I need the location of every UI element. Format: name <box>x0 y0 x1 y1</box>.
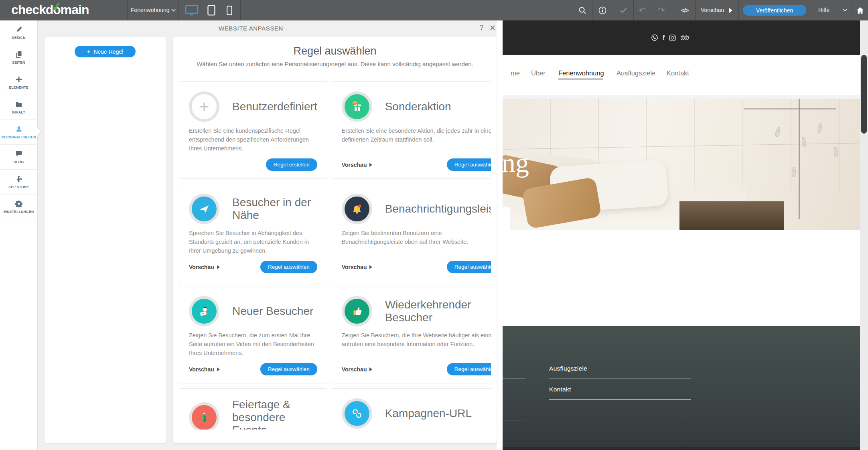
tripadvisor-icon[interactable] <box>680 35 689 41</box>
thumbs-up-icon <box>345 299 369 324</box>
footer-link-underline <box>549 399 691 400</box>
search-icon[interactable] <box>576 0 589 20</box>
info-icon[interactable] <box>596 0 609 20</box>
website-preview: f me Über Ferienwohnung Ausflugsziele Ko… <box>497 20 860 450</box>
footer-bottom-bar <box>503 447 860 450</box>
desktop-view-icon[interactable] <box>183 0 201 20</box>
folder-icon <box>15 101 22 108</box>
play-icon[interactable] <box>728 0 733 20</box>
preview-link[interactable]: Vorschau <box>342 366 373 373</box>
facebook-icon[interactable]: f <box>663 34 665 41</box>
active-nav-underline <box>558 79 603 79</box>
rule-card-title: Kampagnen-URL <box>385 407 472 420</box>
sidebar-item-personalisieren[interactable]: PERSONALISIEREN <box>0 120 37 145</box>
rule-select-panel: Regel auswählen Wählen Sie unten zunächs… <box>173 36 497 443</box>
site-header-band: f <box>503 20 860 55</box>
select-rule-button[interactable]: Regel auswählen <box>260 261 317 273</box>
modal-help-icon[interactable]: ? <box>480 24 483 32</box>
footer-link-ausflugsziele[interactable]: Ausflugsziele <box>549 365 587 372</box>
hero-heading-fragment: ng <box>503 149 529 176</box>
rule-card-description: Zeigen Sie Besuchern, die Ihre Webseite … <box>342 331 491 349</box>
panel-subtitle: Wählen Sie unten zunächst eine Personali… <box>173 61 497 67</box>
site-nav-kontakt[interactable]: Kontakt <box>667 69 689 77</box>
section-gap <box>503 95 860 99</box>
create-rule-button[interactable]: Regel erstellen <box>266 158 317 171</box>
rule-cards-grid: Benutzerdefiniert Erstellen Sie eine kun… <box>179 81 491 430</box>
site-nav-ferienwohnung[interactable]: Ferienwohnung <box>558 69 604 77</box>
topbar-vorschau-button[interactable]: Vorschau <box>701 7 724 13</box>
editor-topbar: checkdo✓main Ferienwohnung ↶ <box>0 0 868 20</box>
footer-link-kontakt[interactable]: Kontakt <box>549 386 571 393</box>
rule-card-title: Besucher in der Nähe <box>232 196 317 222</box>
preview-link[interactable]: Vorschau <box>342 264 373 270</box>
rules-list-panel: + Neue Regel <box>45 37 166 443</box>
site-footer: Ausflugsziele Kontakt <box>503 326 860 447</box>
scrollbar-thumb[interactable] <box>861 55 867 134</box>
rule-card-title: Neuer Besucher <box>232 305 313 318</box>
hero-image: ng <box>503 99 860 230</box>
rule-card-description: Erstellen Sie eine kundenspezifische Reg… <box>189 127 317 153</box>
visitor-video-icon <box>192 299 217 324</box>
speech-bubble-icon <box>15 150 22 158</box>
help-menu[interactable]: Hilfe <box>818 7 829 13</box>
site-nav-ueber[interactable]: Über <box>531 69 546 77</box>
chevron-down-icon[interactable] <box>170 0 176 20</box>
plus-circle-icon <box>192 94 217 119</box>
rule-card-benutzerdefiniert: Benutzerdefiniert Erstellen Sie eine kun… <box>179 81 327 179</box>
footer-link-underline-stub <box>503 420 525 420</box>
rule-card-title: Benachrichtigungsleiste <box>385 203 491 215</box>
sidebar-item-seiten[interactable]: SEITEN <box>0 45 37 70</box>
rule-card-title: Feiertage & besondere Events <box>232 398 317 430</box>
sidebar-item-einstellungen[interactable]: EINSTELLUNGEN <box>0 195 37 219</box>
select-rule-button[interactable]: Regel auswählen <box>447 158 491 171</box>
chevron-down-icon[interactable] <box>842 0 848 20</box>
gear-icon <box>15 200 22 207</box>
rule-card-title: Wiederkehrender Besucher <box>385 298 491 324</box>
redo-icon[interactable]: ↷ <box>655 0 667 20</box>
footer-link-underline-stub <box>503 379 525 379</box>
checkdomain-logo[interactable]: checkdo✓main <box>11 2 89 17</box>
undo-icon[interactable]: ↶ <box>636 0 648 20</box>
gift-icon <box>345 94 369 119</box>
rule-card-description: Sprechen Sie Besucher in Abhängigkeit de… <box>189 229 317 255</box>
preview-scrollbar[interactable] <box>860 20 868 450</box>
code-icon[interactable]: </> <box>676 0 693 20</box>
sidebar-item-inhalt[interactable]: INHALT <box>0 95 37 120</box>
tablet-view-icon[interactable] <box>204 0 219 20</box>
site-nav-home[interactable]: me <box>511 69 520 77</box>
rule-card-kampagnen-url: Kampagnen-URL <box>332 388 491 430</box>
sidebar-item-design[interactable]: DESIGN <box>0 20 37 45</box>
sidebar-item-blog[interactable]: BLOG <box>0 145 37 170</box>
rule-card-description: Zeigen Sie Besuchern, die zum ersten Mal… <box>189 331 317 357</box>
sidebar-item-elemente[interactable]: ELEMENTE <box>0 70 37 95</box>
page-selector[interactable]: Ferienwohnung <box>131 7 170 13</box>
sidebar-item-app-store[interactable]: APP STORE <box>0 170 37 195</box>
select-rule-button[interactable]: Regel auswählen <box>447 363 491 375</box>
person-icon <box>15 126 22 133</box>
preview-link[interactable]: Vorschau <box>189 366 220 373</box>
play-icon <box>369 163 372 167</box>
rule-card-wiederkehrender-besucher: Wiederkehrender Besucher Zeigen Sie Besu… <box>332 286 491 383</box>
mobile-view-icon[interactable] <box>223 0 235 20</box>
publish-button[interactable]: Veröffentlichen <box>743 5 806 16</box>
modal-header-title: WEBSITE ANPASSEN <box>219 25 283 32</box>
editor-sidebar: DESIGN SEITEN ELEMENTE INHALT PERSONALIS… <box>0 20 38 450</box>
plus-icon <box>15 76 22 83</box>
preview-link[interactable]: Vorschau <box>342 162 373 168</box>
whatsapp-icon[interactable] <box>651 34 658 41</box>
home-icon[interactable] <box>855 0 865 20</box>
rule-card-title: Sonderaktion <box>385 100 451 113</box>
instagram-icon[interactable] <box>669 34 676 41</box>
select-rule-button[interactable]: Regel auswählen <box>260 363 317 375</box>
site-nav-ausflugsziele[interactable]: Ausflugsziele <box>617 69 655 77</box>
new-rule-label: Neue Regel <box>93 49 123 55</box>
new-rule-button[interactable]: + Neue Regel <box>75 46 136 57</box>
select-rule-button[interactable]: Regel auswählen <box>447 261 491 273</box>
hero-white-box <box>497 207 510 231</box>
close-icon[interactable]: ✕ <box>489 23 496 32</box>
apply-check-icon[interactable] <box>617 0 630 20</box>
footer-link-underline-stub <box>503 400 525 400</box>
preview-link[interactable]: Vorschau <box>189 264 220 270</box>
pages-icon <box>15 51 22 58</box>
christmas-tree-icon <box>192 405 217 430</box>
